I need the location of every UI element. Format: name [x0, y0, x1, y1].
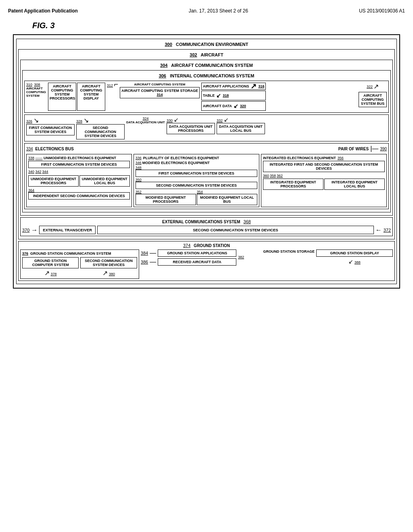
- ref-350: 350: [136, 178, 142, 182]
- ext-section: EXTERNAL COMMUNICATIONS SYSTEM 368 370 →…: [20, 217, 393, 236]
- acs-apps-col: AIRCRAFT APPLICATIONS ↗ 316 TABLE ↙ 318 …: [201, 83, 266, 111]
- unmod-label: UNMODIFIED ELECTRONICS EQUIPMENT: [44, 156, 116, 160]
- publication-label: Patent Application Publication: [8, 8, 78, 14]
- label-300: 300 COMMUNICATION ENVIRONMENT: [18, 41, 395, 48]
- ref-338: 338: [28, 156, 34, 160]
- gs-label: GROUND STATION: [194, 243, 230, 248]
- acs-label-308: AIRCRAFT COMPUTING SYSTEM: [26, 87, 46, 98]
- gs-apps-cell: GROUND STATION APPLICATIONS: [158, 249, 236, 257]
- ref-348: 348: [136, 166, 142, 170]
- acs-proc-display: AIRCRAFT COMPUTING SYSTEM PROCESSORS AIR…: [48, 83, 105, 111]
- int-proc-cell: INTEGRATED EQUIPMENT PROCESSORS: [263, 179, 323, 190]
- text-304: AIRCRAFT COMMUNICATION SYSTEM: [171, 63, 253, 68]
- gs-comm-col: 376 GROUND STATION COMMUNICATION SYSTEM …: [20, 249, 139, 279]
- text-306: INTERNAL COMMUNICATIONS SYSTEM: [170, 73, 254, 78]
- ref-334: 334: [26, 147, 33, 151]
- acs-section: 310 308 AIRCRAFT COMPUTING SYSTEM AIRCRA…: [24, 81, 389, 113]
- ref-314: 314: [156, 93, 163, 97]
- ext-trans-cell: EXTERNAL TRANSCEIVER: [39, 226, 96, 234]
- ref-336: 336: [136, 156, 142, 160]
- acs-apps-cell: AIRCRAFT APPLICATIONS ↗ 316: [201, 83, 266, 90]
- gs-storage-display-col: GROUND STATION STORAGE 382: [238, 249, 315, 279]
- mod-col: 336 PLURALITY OF ELECTRONICS EQUIPMENT 3…: [133, 154, 259, 207]
- ref-390: 390: [380, 147, 387, 151]
- acs-ref-col: 310 308 AIRCRAFT COMPUTING SYSTEM: [26, 83, 46, 111]
- dau-label-324: DATA ACQUISITION UNIT: [126, 121, 165, 124]
- ref-384: 384: [141, 251, 148, 256]
- ref-364: 364: [28, 188, 34, 192]
- mod-bus-cell: MODIFIED EQUIPMENT LOCAL BUS: [197, 194, 257, 205]
- ref-312: 312: [107, 83, 113, 87]
- acs-data-cell: AIRCRAFT DATA ↙ 320: [201, 101, 266, 111]
- gs-storage-label: GROUND STATION STORAGE: [263, 249, 315, 254]
- ebus-label: ELECTRONICS BUS: [35, 147, 74, 151]
- gs-comp-cell: GROUND STATION COMPUTER SYSTEM: [22, 257, 79, 268]
- mod-label: MODIFIED ELECTRONICS EQUIPMENT: [142, 161, 210, 165]
- unmod-bus-cell: UNMODIFIED EQUIPMENT LOCAL BUS: [79, 175, 130, 187]
- ext-sc-cell: SECOND COMMUNICATION SYSTEM DEVICES: [97, 226, 374, 234]
- ref-386: 386: [141, 260, 148, 264]
- ref-320: 320: [240, 104, 246, 108]
- gs-comm-label: GROUND STATION COMMUNICATION SYSTEM: [30, 251, 111, 256]
- row-300: 300 COMMUNICATION ENVIRONMENT 302 AIRCRA…: [16, 39, 397, 284]
- acs-table-cell: TABLE ↙ 318: [201, 91, 266, 100]
- acs-storage-cell: AIRCRAFT COMPUTING SYSTEM STORAGE 314: [120, 87, 200, 98]
- ref-302: 302: [190, 52, 197, 57]
- gs-apps-col: 384 — GROUND STATION APPLICATIONS 386 — …: [141, 249, 236, 279]
- ref-324: 324: [142, 116, 148, 121]
- unmod-col: 338 —— UNMODIFIED ELECTRONICS EQUIPMENT …: [26, 154, 132, 207]
- acs-bus-col: 322 ↗ AIRCRAFT COMPUTING SYSTEM BUS: [359, 83, 387, 111]
- ref-318: 318: [223, 94, 229, 98]
- ref-308: 308: [34, 83, 40, 87]
- ebus-section: 334 ELECTRONICS BUS PAIR OF WIRES |— 390: [24, 143, 389, 209]
- ref-374: 374: [183, 243, 190, 248]
- dau-bus-cell: DATA ACQUISITION UNIT LOCAL BUS: [217, 123, 265, 134]
- text-300: COMMUNICATION ENVIRONMENT: [176, 42, 248, 47]
- int-elec-label: INTEGRATED ELECTRONICS EQUIPMENT: [263, 156, 336, 160]
- gs-display-cell: GROUND STATION DISPLAY: [316, 249, 393, 257]
- mod-fc-cell: FIRST COMMUNICATION SYSTEM DEVICES: [136, 170, 257, 177]
- dau-fc-cell: FIRST COMMUNICATION SYSTEM DEVICES: [26, 124, 75, 135]
- ref-368: 368: [244, 219, 251, 224]
- ref-328: 328: [76, 119, 82, 123]
- ref-372: 372: [384, 228, 391, 233]
- dau-proc-cell: DATA ACQUISITION UNIT PROCESSORS: [167, 123, 215, 134]
- ref-326: 326: [26, 119, 32, 123]
- mod-sc-cell: SECOND COMMUNICATION SYSTEM DEVICES: [136, 182, 257, 189]
- int-bus-cell: INTEGRATED EQUIPMENT LOCAL BUS: [324, 179, 385, 190]
- mod-proc-cell: MODIFIED EQUIPMENT PROCESSORS: [136, 194, 196, 205]
- ref-370: 370: [22, 228, 29, 233]
- figure-title: FIG. 3: [32, 21, 405, 30]
- ref-332: 332: [217, 118, 223, 123]
- row-302: 302 AIRCRAFT 304 AIRCRAFT COMMUNICATION …: [18, 49, 395, 239]
- acs-312-label: AIRCRAFT COMPUTING SYSTEM: [134, 83, 185, 86]
- gs-section: 374 GROUND STATION 376 GROUND STATION CO…: [18, 241, 395, 281]
- page-header: Patent Application Publication Jan. 17, …: [8, 8, 405, 14]
- dau-section: 326 ↘ FIRST COMMUNICATION SYSTEM DEVICES…: [24, 114, 389, 141]
- date-sheet-label: Jan. 17, 2013 Sheet 2 of 26: [189, 8, 248, 14]
- ext-label: EXTERNAL COMMUNICATIONS SYSTEM: [162, 220, 240, 224]
- ref-300: 300: [165, 42, 172, 47]
- ref-304: 304: [160, 63, 167, 68]
- ref-322: 322: [367, 85, 373, 89]
- int-fc-sc-cell: INTEGRATED FIRST AND SECOND COMMUNICATIO…: [263, 161, 385, 172]
- ref-310: 310: [26, 83, 32, 87]
- acs-storage-col: AIRCRAFT COMPUTING SYSTEM AIRCRAFT COMPU…: [120, 83, 200, 111]
- int-col: INTEGRATED ELECTRONICS EQUIPMENT 356 INT…: [261, 154, 387, 207]
- ref-316: 316: [258, 84, 264, 88]
- ind-sc-cell: INDEPENDENT SECOND COMMUNICATION DEVICES: [28, 192, 130, 200]
- acs-display-cell: AIRCRAFT COMPUTING SYSTEM DISPLAY: [77, 83, 105, 111]
- row-306: 306 INTERNAL COMMUNICATIONS SYSTEM 310 3…: [22, 70, 391, 212]
- ref-346: 346: [136, 161, 142, 165]
- row-304: 304 AIRCRAFT COMMUNICATION SYSTEM 306 IN…: [20, 60, 393, 216]
- ref-306: 306: [159, 73, 166, 78]
- dau-sc-cell: SECOND COMMUNICATION SYSTEM DEVICES: [76, 124, 125, 139]
- ref-330: 330: [167, 118, 173, 123]
- gs-sc-cell: SECOND COMMUNICATION SYSTEM DEVICES: [80, 257, 137, 268]
- plur-label: PLURALITY OF ELECTRONICS EQUIPMENT: [143, 156, 219, 160]
- gs-display-col: GROUND STATION DISPLAY ↙ 388: [316, 249, 393, 279]
- acs-bus-cell: AIRCRAFT COMPUTING SYSTEM BUS: [359, 92, 387, 107]
- unmod-proc-cell: UNMODIFIED EQUIPMENT PROCESSORS: [28, 175, 79, 187]
- pair-label: PAIR OF WIRES: [338, 147, 369, 151]
- text-302: AIRCRAFT: [200, 52, 223, 57]
